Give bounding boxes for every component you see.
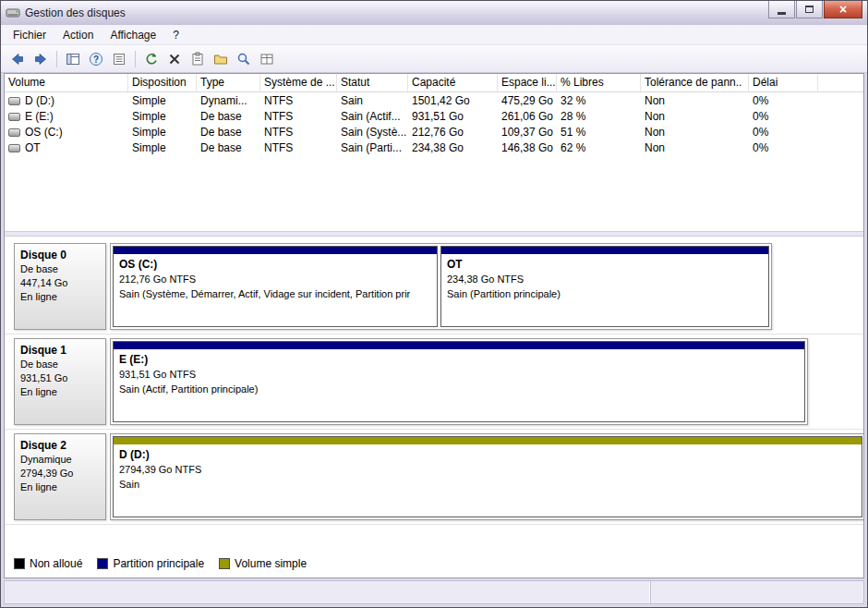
legend-item-primary-partition: Partition principale — [97, 557, 204, 570]
back-button[interactable] — [6, 48, 29, 70]
column-type[interactable]: Type — [197, 74, 260, 91]
disk-graph-panel: Disque 0 De base 447,14 Go En ligne OS (… — [5, 237, 863, 578]
disk-type: Dynamique — [20, 453, 100, 467]
open-folder-button[interactable] — [210, 48, 232, 70]
menu-bar: Fichier Action Affichage ? — [1, 25, 867, 45]
menu-fichier[interactable]: Fichier — [5, 26, 54, 44]
help-icon: ? — [89, 52, 103, 67]
close-button[interactable]: × — [824, 1, 862, 18]
grid-view-icon — [259, 52, 274, 67]
disk-type: De base — [20, 358, 100, 371]
minimize-button[interactable] — [768, 1, 795, 18]
cell-statut: Sain (Systè... — [337, 126, 408, 139]
maximize-button[interactable] — [796, 1, 823, 18]
cell-disposition: Simple — [128, 110, 197, 123]
back-icon — [10, 52, 25, 67]
window-title: Gestion des disques — [25, 6, 126, 19]
column-disposition[interactable]: Disposition — [128, 74, 197, 91]
partition-title: D (D:) — [119, 447, 856, 462]
column-tolerance[interactable]: Tolérance de pann.. — [641, 74, 749, 91]
status-pane-right — [651, 581, 863, 603]
column-pct-libres[interactable]: % Libres — [557, 74, 641, 91]
menu-help[interactable]: ? — [164, 26, 187, 44]
volume-row-os[interactable]: OS (C:) Simple De base NTFS Sain (Systè.… — [5, 124, 863, 140]
disk-section-1: Disque 1 De base 931,51 Go En ligne E (E… — [5, 334, 863, 430]
partition-ot[interactable]: OT 234,38 Go NTFS Sain (Partition princi… — [440, 246, 769, 327]
disk-management-window: Gestion des disques × Fichier Action Aff… — [0, 0, 868, 608]
volume-cell: D (D:) — [5, 94, 128, 107]
cell-statut: Sain (Actif... — [337, 110, 408, 123]
menu-affichage[interactable]: Affichage — [102, 26, 164, 44]
forward-icon — [33, 52, 48, 67]
title-bar[interactable]: Gestion des disques × — [1, 1, 867, 25]
partition-d[interactable]: D (D:) 2794,39 Go NTFS Sain — [113, 436, 862, 517]
partition-color-band — [114, 437, 862, 444]
refresh-button[interactable] — [140, 48, 163, 70]
partition-title: OS (C:) — [119, 257, 431, 272]
disk-status: En ligne — [20, 480, 100, 494]
disk-section-0: Disque 0 De base 447,14 Go En ligne OS (… — [5, 239, 863, 334]
disk1-header[interactable]: Disque 1 De base 931,51 Go En ligne — [14, 338, 106, 425]
cell-type: Dynami... — [197, 94, 260, 107]
svg-text:?: ? — [93, 54, 99, 64]
legend-label: Non alloué — [30, 557, 82, 570]
legend-swatch-unallocated — [14, 558, 25, 569]
partition-status: Sain — [119, 477, 856, 492]
disk-size: 2794,39 Go — [20, 467, 100, 480]
cell-disposition: Simple — [128, 141, 197, 154]
toolbar: ? — [1, 45, 867, 73]
disk2-header[interactable]: Disque 2 Dynamique 2794,39 Go En ligne — [14, 433, 106, 520]
column-espace-libre[interactable]: Espace li... — [498, 74, 557, 91]
partition-color-band — [114, 342, 804, 349]
legend-item-unallocated: Non alloué — [14, 557, 82, 570]
column-statut[interactable]: Statut — [337, 74, 408, 91]
delete-button[interactable] — [163, 48, 186, 70]
disk0-header[interactable]: Disque 0 De base 447,14 Go En ligne — [14, 243, 106, 330]
partition-status: Sain (Actif, Partition principale) — [119, 382, 799, 396]
disk0-track: OS (C:) 212,76 Go NTFS Sain (Système, Dé… — [110, 243, 772, 330]
volume-row-d[interactable]: D (D:) Simple Dynami... NTFS Sain 1501,4… — [5, 92, 863, 108]
cell-delai: 0% — [749, 110, 818, 123]
column-capacite[interactable]: Capacité — [408, 74, 498, 91]
export-list-button[interactable] — [108, 48, 130, 70]
toolbar-separator — [135, 51, 136, 67]
legend-item-simple-volume: Volume simple — [219, 557, 307, 570]
forward-button[interactable] — [30, 48, 52, 70]
drive-icon — [8, 144, 20, 152]
cell-statut: Sain — [337, 94, 408, 107]
rescan-disks-button[interactable] — [233, 48, 255, 70]
volume-cell: E (E:) — [5, 110, 128, 123]
menu-action[interactable]: Action — [54, 26, 102, 44]
cell-tolerance: Non — [641, 141, 749, 154]
disk-section-2: Disque 2 Dynamique 2794,39 Go En ligne D… — [5, 430, 863, 525]
open-folder-icon — [213, 52, 228, 67]
partition-color-band — [114, 247, 437, 254]
show-console-tree-button[interactable] — [62, 48, 84, 70]
partition-info: 2794,39 Go NTFS — [119, 462, 856, 477]
cell-espace: 109,37 Go — [498, 126, 557, 139]
column-filesystem[interactable]: Système de ... — [260, 74, 337, 91]
volume-row-ot[interactable]: OT Simple De base NTFS Sain (Parti... 23… — [5, 140, 863, 155]
drive-icon — [8, 128, 20, 137]
properties-button[interactable] — [187, 48, 209, 70]
volume-list-panel: Volume Disposition Type Système de ... S… — [5, 74, 863, 231]
column-delai[interactable]: Délai — [749, 74, 818, 91]
cell-capacite: 1501,42 Go — [408, 94, 498, 107]
cell-filesystem: NTFS — [260, 110, 337, 123]
cell-delai: 0% — [749, 126, 818, 139]
magnifier-icon — [236, 52, 251, 67]
help-button[interactable]: ? — [85, 48, 107, 70]
content-area: Volume Disposition Type Système de ... S… — [4, 73, 864, 578]
volume-row-e[interactable]: E (E:) Simple De base NTFS Sain (Actif..… — [5, 108, 863, 124]
column-volume[interactable]: Volume — [5, 74, 128, 91]
cell-type: De base — [197, 126, 260, 139]
legend-label: Volume simple — [235, 557, 307, 570]
grid-view-button[interactable] — [256, 48, 278, 70]
partition-e[interactable]: E (E:) 931,51 Go NTFS Sain (Actif, Parti… — [113, 341, 805, 422]
delete-icon — [167, 52, 182, 67]
minimize-icon — [778, 12, 786, 15]
cell-disposition: Simple — [128, 126, 197, 139]
partition-os-c[interactable]: OS (C:) 212,76 Go NTFS Sain (Système, Dé… — [113, 246, 438, 327]
cell-libres: 32 % — [557, 94, 641, 107]
partition-info: 212,76 Go NTFS — [119, 272, 431, 286]
